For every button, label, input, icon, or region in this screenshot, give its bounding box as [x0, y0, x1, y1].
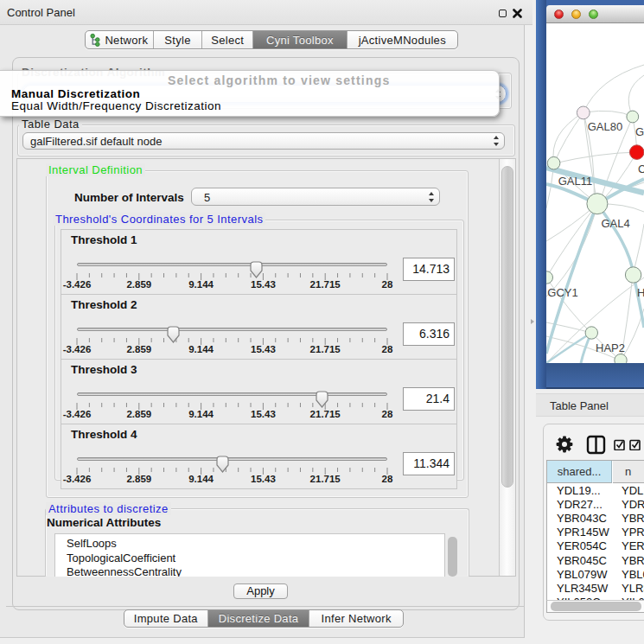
svg-text:HAP2: HAP2	[596, 341, 625, 354]
svg-text:H: H	[637, 286, 644, 299]
svg-text:C: C	[638, 163, 644, 175]
svg-text:GAL11: GAL11	[558, 175, 593, 188]
svg-text:GCY1: GCY1	[547, 286, 577, 299]
svg-text:GA: GA	[635, 125, 644, 138]
svg-text:GAL4: GAL4	[601, 217, 629, 230]
svg-text:GAL80: GAL80	[588, 120, 622, 133]
